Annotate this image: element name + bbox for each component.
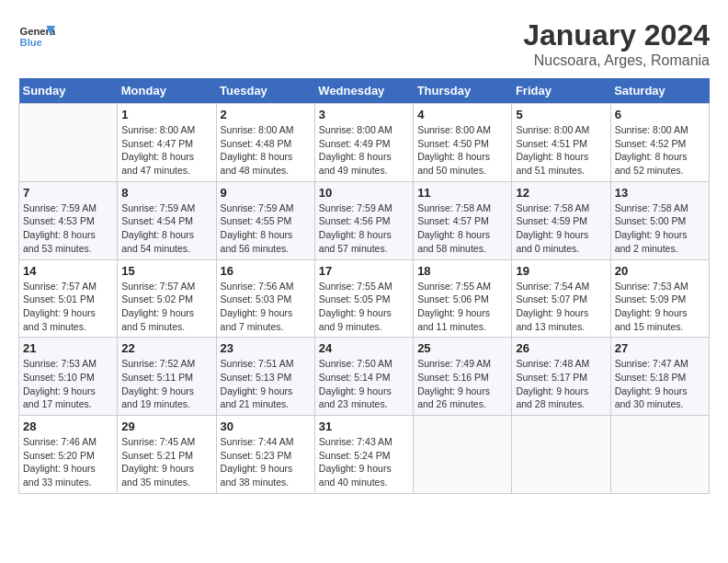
day-number: 3 bbox=[319, 108, 409, 121]
day-number: 6 bbox=[615, 108, 705, 121]
day-info: Sunrise: 7:44 AMSunset: 5:23 PMDaylight:… bbox=[221, 435, 311, 489]
calendar-cell: 26Sunrise: 7:48 AMSunset: 5:17 PMDayligh… bbox=[512, 338, 610, 416]
day-number: 10 bbox=[319, 186, 409, 200]
calendar-cell: 8Sunrise: 7:59 AMSunset: 4:54 PMDaylight… bbox=[118, 181, 216, 259]
day-info: Sunrise: 7:58 AMSunset: 4:59 PMDaylight:… bbox=[516, 201, 606, 256]
day-info: Sunrise: 7:47 AMSunset: 5:18 PMDaylight:… bbox=[615, 357, 705, 411]
calendar-cell: 18Sunrise: 7:55 AMSunset: 5:06 PMDayligh… bbox=[414, 259, 512, 338]
calendar-cell bbox=[414, 416, 512, 494]
day-number: 12 bbox=[516, 186, 606, 200]
day-info: Sunrise: 7:59 AMSunset: 4:53 PMDaylight:… bbox=[23, 201, 113, 256]
day-info: Sunrise: 8:00 AMSunset: 4:51 PMDaylight:… bbox=[516, 123, 606, 178]
calendar-cell: 19Sunrise: 7:54 AMSunset: 5:07 PMDayligh… bbox=[512, 259, 610, 338]
calendar-cell: 21Sunrise: 7:53 AMSunset: 5:10 PMDayligh… bbox=[19, 338, 118, 416]
day-number: 22 bbox=[121, 341, 211, 355]
day-number: 19 bbox=[516, 264, 606, 278]
calendar-cell: 9Sunrise: 7:59 AMSunset: 4:55 PMDaylight… bbox=[216, 181, 314, 259]
logo-icon: General Blue bbox=[18, 18, 55, 55]
page-header: General Blue January 2024 Nucsoara, Arge… bbox=[18, 18, 710, 69]
day-info: Sunrise: 7:53 AMSunset: 5:10 PMDaylight:… bbox=[23, 357, 113, 411]
day-number: 25 bbox=[417, 341, 507, 355]
day-number: 1 bbox=[121, 108, 211, 121]
day-number: 30 bbox=[221, 419, 311, 433]
calendar-cell: 27Sunrise: 7:47 AMSunset: 5:18 PMDayligh… bbox=[610, 338, 709, 416]
day-number: 9 bbox=[221, 186, 311, 200]
calendar-week-4: 21Sunrise: 7:53 AMSunset: 5:10 PMDayligh… bbox=[19, 338, 710, 416]
day-number: 20 bbox=[615, 264, 705, 278]
weekday-header-row: SundayMondayTuesdayWednesdayThursdayFrid… bbox=[19, 78, 710, 104]
day-number: 26 bbox=[516, 341, 606, 355]
day-info: Sunrise: 7:45 AMSunset: 5:21 PMDaylight:… bbox=[121, 435, 211, 489]
day-info: Sunrise: 7:43 AMSunset: 5:24 PMDaylight:… bbox=[319, 435, 409, 489]
calendar-cell: 14Sunrise: 7:57 AMSunset: 5:01 PMDayligh… bbox=[19, 259, 118, 338]
calendar-week-3: 14Sunrise: 7:57 AMSunset: 5:01 PMDayligh… bbox=[19, 259, 710, 338]
day-number: 27 bbox=[615, 341, 705, 355]
calendar-cell: 17Sunrise: 7:55 AMSunset: 5:05 PMDayligh… bbox=[314, 259, 413, 338]
calendar-cell: 6Sunrise: 8:00 AMSunset: 4:52 PMDaylight… bbox=[610, 104, 709, 182]
weekday-sunday: Sunday bbox=[19, 78, 118, 104]
calendar-table: SundayMondayTuesdayWednesdayThursdayFrid… bbox=[18, 78, 710, 494]
calendar-cell: 20Sunrise: 7:53 AMSunset: 5:09 PMDayligh… bbox=[610, 259, 709, 338]
weekday-saturday: Saturday bbox=[610, 78, 709, 104]
calendar-cell: 10Sunrise: 7:59 AMSunset: 4:56 PMDayligh… bbox=[314, 181, 413, 259]
day-number: 17 bbox=[319, 264, 409, 278]
calendar-week-5: 28Sunrise: 7:46 AMSunset: 5:20 PMDayligh… bbox=[19, 416, 710, 494]
day-info: Sunrise: 8:00 AMSunset: 4:50 PMDaylight:… bbox=[417, 123, 507, 178]
day-info: Sunrise: 7:59 AMSunset: 4:56 PMDaylight:… bbox=[319, 201, 409, 256]
day-info: Sunrise: 7:57 AMSunset: 5:01 PMDaylight:… bbox=[23, 280, 113, 334]
day-info: Sunrise: 7:59 AMSunset: 4:55 PMDaylight:… bbox=[221, 201, 311, 256]
calendar-cell: 25Sunrise: 7:49 AMSunset: 5:16 PMDayligh… bbox=[414, 338, 512, 416]
day-number: 31 bbox=[319, 419, 409, 433]
weekday-monday: Monday bbox=[118, 78, 216, 104]
calendar-cell bbox=[19, 104, 118, 182]
day-info: Sunrise: 7:46 AMSunset: 5:20 PMDaylight:… bbox=[23, 435, 113, 489]
calendar-cell bbox=[512, 416, 610, 494]
calendar-cell: 28Sunrise: 7:46 AMSunset: 5:20 PMDayligh… bbox=[19, 416, 118, 494]
calendar-cell: 7Sunrise: 7:59 AMSunset: 4:53 PMDaylight… bbox=[19, 181, 118, 259]
day-info: Sunrise: 7:56 AMSunset: 5:03 PMDaylight:… bbox=[221, 280, 311, 334]
day-number: 14 bbox=[23, 264, 113, 278]
day-info: Sunrise: 7:53 AMSunset: 5:09 PMDaylight:… bbox=[615, 280, 705, 334]
day-number: 29 bbox=[121, 419, 211, 433]
calendar-cell: 30Sunrise: 7:44 AMSunset: 5:23 PMDayligh… bbox=[216, 416, 314, 494]
day-info: Sunrise: 7:49 AMSunset: 5:16 PMDaylight:… bbox=[417, 357, 507, 411]
day-info: Sunrise: 7:58 AMSunset: 5:00 PMDaylight:… bbox=[615, 201, 705, 256]
day-info: Sunrise: 8:00 AMSunset: 4:52 PMDaylight:… bbox=[615, 123, 705, 178]
calendar-cell: 13Sunrise: 7:58 AMSunset: 5:00 PMDayligh… bbox=[610, 181, 709, 259]
calendar-cell: 22Sunrise: 7:52 AMSunset: 5:11 PMDayligh… bbox=[118, 338, 216, 416]
calendar-cell: 12Sunrise: 7:58 AMSunset: 4:59 PMDayligh… bbox=[512, 181, 610, 259]
day-info: Sunrise: 7:55 AMSunset: 5:06 PMDaylight:… bbox=[417, 280, 507, 334]
calendar-cell: 31Sunrise: 7:43 AMSunset: 5:24 PMDayligh… bbox=[314, 416, 413, 494]
calendar-cell: 1Sunrise: 8:00 AMSunset: 4:47 PMDaylight… bbox=[118, 104, 216, 182]
weekday-wednesday: Wednesday bbox=[314, 78, 413, 104]
day-info: Sunrise: 8:00 AMSunset: 4:47 PMDaylight:… bbox=[121, 123, 211, 178]
day-info: Sunrise: 8:00 AMSunset: 4:48 PMDaylight:… bbox=[221, 123, 311, 178]
day-number: 2 bbox=[221, 108, 311, 121]
day-number: 5 bbox=[516, 108, 606, 121]
calendar-week-1: 1Sunrise: 8:00 AMSunset: 4:47 PMDaylight… bbox=[19, 104, 710, 182]
calendar-cell bbox=[610, 416, 709, 494]
day-number: 8 bbox=[121, 186, 211, 200]
day-info: Sunrise: 7:51 AMSunset: 5:13 PMDaylight:… bbox=[221, 357, 311, 411]
day-number: 24 bbox=[319, 341, 409, 355]
page-subtitle: Nucsoara, Arges, Romania bbox=[523, 52, 710, 69]
day-number: 23 bbox=[221, 341, 311, 355]
calendar-week-2: 7Sunrise: 7:59 AMSunset: 4:53 PMDaylight… bbox=[19, 181, 710, 259]
day-info: Sunrise: 7:50 AMSunset: 5:14 PMDaylight:… bbox=[319, 357, 409, 411]
day-info: Sunrise: 7:58 AMSunset: 4:57 PMDaylight:… bbox=[417, 201, 507, 256]
day-info: Sunrise: 7:54 AMSunset: 5:07 PMDaylight:… bbox=[516, 280, 606, 334]
calendar-cell: 29Sunrise: 7:45 AMSunset: 5:21 PMDayligh… bbox=[118, 416, 216, 494]
weekday-friday: Friday bbox=[512, 78, 610, 104]
page-title: January 2024 bbox=[523, 18, 710, 52]
logo: General Blue bbox=[18, 18, 55, 55]
day-number: 11 bbox=[417, 186, 507, 200]
day-info: Sunrise: 7:48 AMSunset: 5:17 PMDaylight:… bbox=[516, 357, 606, 411]
day-number: 15 bbox=[121, 264, 211, 278]
day-info: Sunrise: 7:55 AMSunset: 5:05 PMDaylight:… bbox=[319, 280, 409, 334]
day-number: 13 bbox=[615, 186, 705, 200]
calendar-cell: 5Sunrise: 8:00 AMSunset: 4:51 PMDaylight… bbox=[512, 104, 610, 182]
calendar-cell: 16Sunrise: 7:56 AMSunset: 5:03 PMDayligh… bbox=[216, 259, 314, 338]
day-number: 4 bbox=[417, 108, 507, 121]
weekday-tuesday: Tuesday bbox=[216, 78, 314, 104]
svg-text:Blue: Blue bbox=[20, 37, 42, 48]
